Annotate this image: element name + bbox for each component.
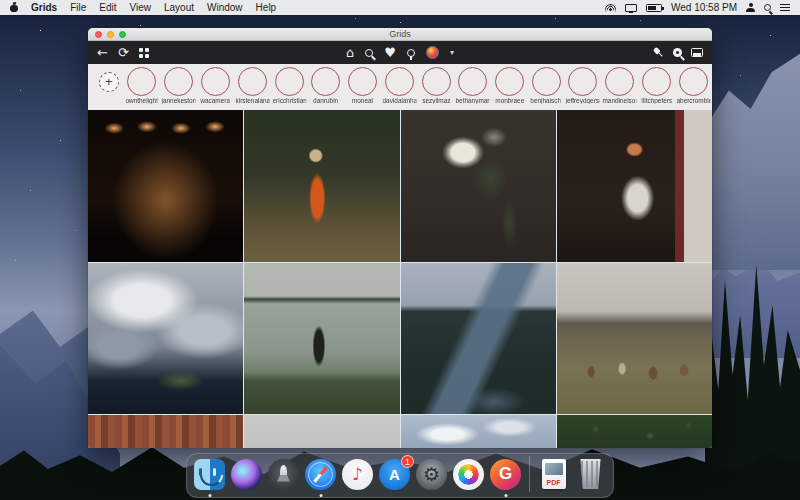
photo-concert-stage[interactable] [88, 110, 243, 262]
zoom-search-icon[interactable] [673, 48, 682, 57]
launchpad-rocket-icon [268, 459, 299, 490]
dock-system-preferences[interactable]: ⚙ [415, 458, 448, 491]
pushpin-icon[interactable] [651, 45, 667, 61]
story-benjhaisch[interactable]: benjhaisch [528, 67, 565, 104]
dock-siri[interactable] [230, 458, 263, 491]
grid-view-icon[interactable] [139, 48, 149, 58]
safari-compass-icon [305, 459, 336, 490]
desktop: Grids File Edit View Layout Window Help … [0, 0, 800, 500]
story-monbraee[interactable]: monbraee [491, 67, 528, 104]
user-icon[interactable] [746, 3, 755, 12]
dock-photos[interactable] [452, 458, 485, 491]
dock-itunes[interactable]: ♪ [341, 458, 374, 491]
photo-white-rose[interactable] [401, 110, 556, 262]
running-indicator [208, 494, 211, 497]
add-story-button[interactable]: + [94, 67, 124, 97]
menu-file[interactable]: File [70, 2, 86, 13]
photo-orange-dress[interactable] [244, 110, 399, 262]
title-bar[interactable]: Grids [88, 28, 712, 41]
finder-icon [194, 459, 225, 490]
dock: ♪ A1 ⚙ G PDF [186, 453, 614, 498]
back-icon[interactable]: ← [97, 46, 108, 59]
story-jannekestorm[interactable]: jannekestorm [160, 67, 197, 104]
menu-help[interactable]: Help [256, 2, 277, 13]
dock-appstore[interactable]: A1 [378, 458, 411, 491]
dock-launchpad[interactable] [267, 458, 300, 491]
story-kirstenalana[interactable]: kirstenalana [234, 67, 271, 104]
inbox-icon[interactable] [691, 48, 703, 57]
profile-avatar[interactable] [426, 46, 439, 59]
story-danrubin[interactable]: danrubin [308, 67, 345, 104]
photo-window-portrait[interactable] [557, 110, 712, 262]
story-davidalanhar[interactable]: davidalanhar… [381, 67, 418, 104]
notification-badge: 1 [401, 455, 414, 468]
story-moneal[interactable]: moneal [344, 67, 381, 104]
story-sezyilmaz[interactable]: sezyilmaz [418, 67, 455, 104]
running-indicator [504, 494, 507, 497]
photo-deer-field[interactable] [557, 263, 712, 414]
location-pin-icon[interactable] [407, 49, 415, 57]
window-title: Grids [88, 29, 712, 39]
stories-bar: + ownthelight jannekestorm wacamera kirs… [88, 64, 712, 110]
story-abercrombie[interactable]: abercrombie [675, 67, 712, 104]
heart-icon[interactable]: ♥ [384, 46, 396, 59]
photos-pinwheel-icon [453, 459, 484, 490]
search-icon[interactable] [365, 49, 373, 57]
siri-icon [231, 459, 262, 490]
granite-cliff [705, 40, 800, 270]
running-indicator [319, 494, 322, 497]
chevron-down-icon[interactable]: ▾ [450, 48, 454, 57]
photo-clouds-sky[interactable] [401, 415, 556, 448]
story-ownthelight[interactable]: ownthelight [124, 67, 161, 104]
story-jeffreydgerson[interactable]: jeffreydgerson [564, 67, 601, 104]
home-icon[interactable]: ⌂ [346, 46, 354, 59]
battery-icon[interactable] [646, 4, 662, 12]
photo-lake-person[interactable] [244, 263, 399, 414]
grids-window: Grids ← ⟳ ⌂ ♥ ▾ + [88, 28, 712, 448]
spotlight-search-icon[interactable] [764, 4, 771, 11]
menu-app-name[interactable]: Grids [31, 2, 57, 13]
gear-icon: ⚙ [416, 459, 447, 490]
menu-layout[interactable]: Layout [164, 2, 194, 13]
itunes-music-icon: ♪ [342, 459, 373, 490]
menu-view[interactable]: View [129, 2, 151, 13]
story-llitchpeters[interactable]: llitchpeters [638, 67, 675, 104]
pdf-document-icon: PDF [542, 459, 566, 489]
dock-pdf-document[interactable]: PDF [537, 458, 570, 491]
photo-green-foliage[interactable] [557, 415, 712, 448]
menu-edit[interactable]: Edit [99, 2, 116, 13]
photo-river-valley[interactable] [401, 263, 556, 414]
dock-grids[interactable]: G [489, 458, 522, 491]
wifi-icon[interactable] [605, 3, 616, 12]
apple-menu-icon[interactable] [10, 3, 18, 12]
menu-window[interactable]: Window [207, 2, 243, 13]
grids-app-icon: G [490, 459, 521, 490]
dock-finder[interactable] [193, 458, 226, 491]
refresh-icon[interactable]: ⟳ [118, 46, 129, 59]
photo-grid [88, 110, 712, 448]
story-mandinelson[interactable]: mandinelson_ [601, 67, 638, 104]
dock-safari[interactable] [304, 458, 337, 491]
story-wacamera[interactable]: wacamera [197, 67, 234, 104]
display-icon[interactable] [625, 4, 637, 12]
story-ericchristian[interactable]: ericchristian [271, 67, 308, 104]
menu-bar: Grids File Edit View Layout Window Help … [0, 0, 800, 15]
trash-icon [579, 459, 603, 489]
menu-clock[interactable]: Wed 10:58 PM [671, 2, 737, 13]
photo-gray-mist[interactable] [244, 415, 399, 448]
toolbar: ← ⟳ ⌂ ♥ ▾ [88, 41, 712, 64]
dock-separator [529, 456, 530, 492]
photo-storm-clouds[interactable] [88, 263, 243, 414]
photo-rust-wood[interactable] [88, 415, 243, 448]
dock-trash[interactable] [574, 458, 607, 491]
story-bethanymari[interactable]: bethanymari… [454, 67, 491, 104]
notification-center-icon[interactable] [780, 4, 790, 12]
